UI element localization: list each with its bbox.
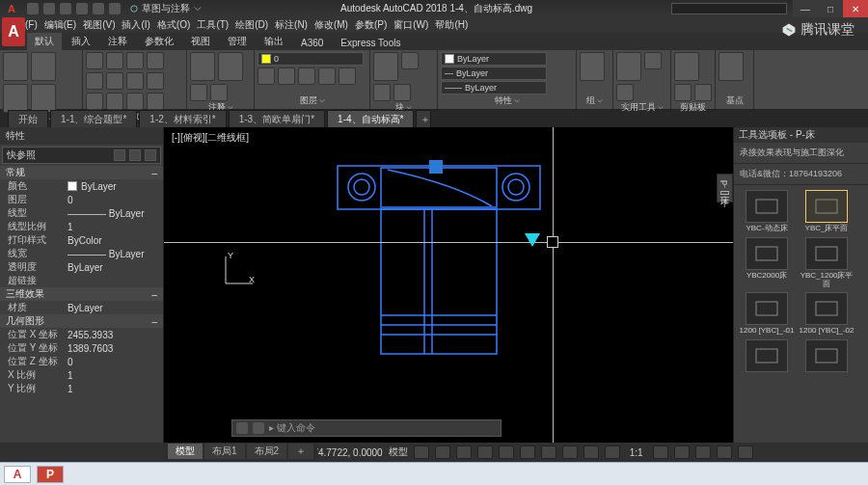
menu-edit[interactable]: 编辑(E): [42, 18, 78, 32]
status-ortho-icon[interactable]: [456, 445, 472, 459]
qat-print-icon[interactable]: [109, 3, 121, 14]
property-value[interactable]: 2455.3933: [68, 328, 163, 341]
tool-rotate[interactable]: [106, 52, 123, 69]
status-transparency-icon[interactable]: [562, 445, 578, 459]
status-gear-icon[interactable]: [653, 445, 668, 459]
status-hardware-icon[interactable]: [695, 445, 711, 459]
property-row[interactable]: 位置 Z 坐标0: [0, 355, 163, 368]
tool-fillet[interactable]: [126, 72, 144, 90]
status-mode[interactable]: 模型: [389, 445, 408, 459]
property-row[interactable]: 透明度ByLayer: [0, 260, 163, 274]
status-cleanscreen-icon[interactable]: [717, 445, 732, 459]
panel-clipboard-label[interactable]: 剪贴板: [674, 101, 712, 114]
menu-param[interactable]: 参数(P): [353, 18, 389, 32]
property-value[interactable]: ———— ByLayer: [68, 206, 163, 220]
palette-item[interactable]: YBC_1200床平面: [799, 237, 854, 289]
tool-mirror[interactable]: [106, 72, 123, 90]
menu-dim[interactable]: 标注(N): [273, 18, 310, 32]
property-row[interactable]: 打印样式ByColor: [0, 233, 163, 247]
help-search-input[interactable]: [671, 3, 787, 14]
tool-select[interactable]: [616, 84, 634, 101]
ribbon-tab-parametric[interactable]: 参数化: [137, 33, 181, 50]
application-menu-button[interactable]: A: [2, 17, 25, 46]
qat-redo-icon[interactable]: [93, 3, 104, 14]
tool-trim[interactable]: [126, 52, 144, 69]
window-minimize-button[interactable]: —: [793, 0, 818, 17]
property-value[interactable]: [68, 274, 163, 287]
tool-cut[interactable]: [674, 84, 692, 101]
property-value[interactable]: 1: [68, 368, 163, 382]
doc-tab-3[interactable]: 1-3、简欧单扇门*: [229, 110, 325, 128]
panel-utilities-label[interactable]: 实用工具: [616, 101, 667, 114]
ribbon-tab-default[interactable]: 默认: [27, 33, 62, 50]
grip-handle[interactable]: [429, 160, 443, 174]
ribbon-tab-a360[interactable]: A360: [293, 36, 331, 50]
menu-draw[interactable]: 绘图(D): [233, 18, 270, 32]
panel-basepoint-label[interactable]: 基点: [719, 94, 750, 107]
tool-line[interactable]: [3, 52, 28, 81]
property-row[interactable]: 图层0: [0, 193, 163, 206]
property-row[interactable]: Y 比例1: [0, 382, 163, 395]
prop-group-geometry[interactable]: 几何图形–: [0, 314, 163, 328]
tool-measure[interactable]: [616, 52, 641, 81]
palette-item[interactable]: YBC2000床: [739, 237, 795, 289]
workspace-switcher[interactable]: 草图与注释: [130, 2, 202, 15]
tool-copy[interactable]: [86, 72, 103, 90]
palette-item[interactable]: 1200 [YBC]_-02: [799, 292, 854, 336]
menu-window[interactable]: 窗口(W): [392, 18, 430, 32]
tool-layoff[interactable]: [318, 67, 336, 85]
tool-array[interactable]: [126, 93, 144, 110]
layout-tab-2[interactable]: 布局2: [247, 444, 287, 459]
viewport-controls[interactable]: [-][俯视][二维线框]: [172, 131, 249, 145]
menu-modify[interactable]: 修改(M): [312, 18, 350, 32]
ribbon-tab-annotate[interactable]: 注释: [100, 33, 135, 50]
tool-layiso[interactable]: [278, 67, 295, 85]
panel-properties-label[interactable]: 特性: [441, 94, 573, 107]
status-lwt-icon[interactable]: [541, 445, 556, 459]
layout-tab-1[interactable]: 布局1: [204, 444, 245, 459]
tool-edit-block[interactable]: [373, 84, 391, 101]
tool-layerprops[interactable]: [258, 67, 275, 85]
command-close-icon[interactable]: [236, 422, 248, 434]
property-value[interactable]: ByColor: [68, 233, 163, 247]
ribbon-tab-view[interactable]: 视图: [183, 33, 218, 50]
menu-view[interactable]: 视图(V): [81, 18, 117, 32]
status-snap-icon[interactable]: [435, 445, 450, 459]
palette-item[interactable]: YBC-动态床: [739, 190, 795, 233]
status-customize-icon[interactable]: [738, 445, 753, 459]
menu-help[interactable]: 帮助(H): [433, 18, 470, 32]
drawing-area[interactable]: YX [-][俯视][二维线框] ▸ 键入命令 模型 布局1 布局2 ＋: [164, 127, 733, 443]
window-maximize-button[interactable]: □: [818, 0, 843, 17]
ribbon-tab-express[interactable]: Express Tools: [333, 36, 408, 50]
property-value[interactable]: ———— ByLayer: [68, 247, 163, 260]
status-polar-icon[interactable]: [477, 445, 493, 459]
tool-explode[interactable]: [147, 72, 164, 90]
lineweight-combo[interactable]: — ByLayer: [441, 67, 547, 80]
qat-open-icon[interactable]: [43, 3, 55, 14]
palette-item[interactable]: YBC_床平面: [799, 190, 854, 233]
doc-tab-1[interactable]: 1-1、综合题型*: [50, 110, 137, 128]
property-row[interactable]: 线型———— ByLayer: [0, 206, 163, 220]
status-grid-icon[interactable]: [414, 445, 429, 459]
menu-tools[interactable]: 工具(T): [195, 18, 231, 32]
doc-tab-2[interactable]: 1-2、材料索引*: [139, 110, 226, 128]
qat-new-icon[interactable]: [27, 3, 39, 14]
palette-item[interactable]: [799, 339, 854, 374]
tool-polyline[interactable]: [31, 52, 56, 81]
property-value[interactable]: 0: [68, 193, 163, 206]
tool-paste[interactable]: [674, 52, 699, 81]
tool-offset[interactable]: [147, 93, 164, 110]
property-row[interactable]: 线宽———— ByLayer: [0, 247, 163, 260]
ribbon-tab-insert[interactable]: 插入: [64, 33, 98, 50]
property-row[interactable]: 位置 X 坐标2455.3933: [0, 328, 163, 341]
property-row[interactable]: 材质ByLayer: [0, 301, 163, 314]
property-value[interactable]: 1389.7603: [68, 341, 163, 355]
command-line[interactable]: ▸ 键入命令: [231, 419, 502, 437]
window-close-button[interactable]: ✕: [843, 0, 868, 17]
palette-item[interactable]: [739, 339, 795, 374]
layout-tab-model[interactable]: 模型: [168, 444, 203, 459]
selectobj-icon[interactable]: [145, 149, 156, 161]
palette-item[interactable]: 1200 [YBC]_-01: [739, 292, 795, 336]
panel-group-label[interactable]: 组: [580, 94, 610, 107]
layout-tab-add[interactable]: ＋: [288, 444, 313, 459]
